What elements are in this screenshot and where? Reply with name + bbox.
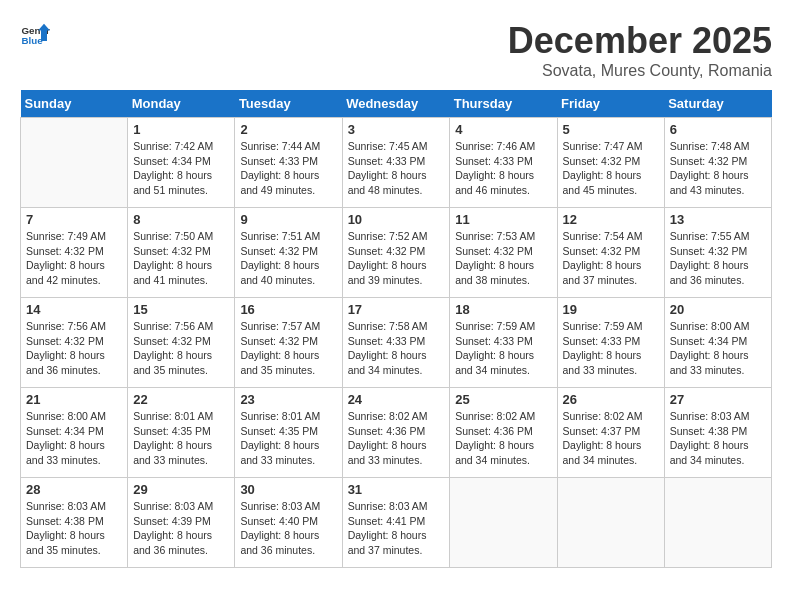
- day-info: Sunrise: 7:57 AMSunset: 4:32 PMDaylight:…: [240, 319, 336, 378]
- month-title: December 2025: [508, 20, 772, 62]
- day-info: Sunrise: 7:42 AMSunset: 4:34 PMDaylight:…: [133, 139, 229, 198]
- calendar-day-cell: 17 Sunrise: 7:58 AMSunset: 4:33 PMDaylig…: [342, 298, 450, 388]
- day-info: Sunrise: 7:45 AMSunset: 4:33 PMDaylight:…: [348, 139, 445, 198]
- day-info: Sunrise: 7:54 AMSunset: 4:32 PMDaylight:…: [563, 229, 659, 288]
- calendar-day-cell: 29 Sunrise: 8:03 AMSunset: 4:39 PMDaylig…: [128, 478, 235, 568]
- day-number: 6: [670, 122, 766, 137]
- calendar-day-cell: [21, 118, 128, 208]
- day-number: 20: [670, 302, 766, 317]
- weekday-header-cell: Sunday: [21, 90, 128, 118]
- calendar-day-cell: 13 Sunrise: 7:55 AMSunset: 4:32 PMDaylig…: [664, 208, 771, 298]
- location-subtitle: Sovata, Mures County, Romania: [508, 62, 772, 80]
- calendar-day-cell: 5 Sunrise: 7:47 AMSunset: 4:32 PMDayligh…: [557, 118, 664, 208]
- calendar-day-cell: 4 Sunrise: 7:46 AMSunset: 4:33 PMDayligh…: [450, 118, 557, 208]
- day-info: Sunrise: 7:52 AMSunset: 4:32 PMDaylight:…: [348, 229, 445, 288]
- day-number: 15: [133, 302, 229, 317]
- day-info: Sunrise: 7:56 AMSunset: 4:32 PMDaylight:…: [26, 319, 122, 378]
- day-info: Sunrise: 7:55 AMSunset: 4:32 PMDaylight:…: [670, 229, 766, 288]
- day-number: 13: [670, 212, 766, 227]
- weekday-header-cell: Thursday: [450, 90, 557, 118]
- svg-text:Blue: Blue: [22, 35, 44, 46]
- day-info: Sunrise: 7:47 AMSunset: 4:32 PMDaylight:…: [563, 139, 659, 198]
- calendar-day-cell: 15 Sunrise: 7:56 AMSunset: 4:32 PMDaylig…: [128, 298, 235, 388]
- weekday-header-cell: Wednesday: [342, 90, 450, 118]
- calendar-day-cell: 24 Sunrise: 8:02 AMSunset: 4:36 PMDaylig…: [342, 388, 450, 478]
- logo-icon: General Blue: [20, 20, 50, 50]
- calendar-day-cell: 2 Sunrise: 7:44 AMSunset: 4:33 PMDayligh…: [235, 118, 342, 208]
- day-info: Sunrise: 8:02 AMSunset: 4:36 PMDaylight:…: [455, 409, 551, 468]
- day-number: 17: [348, 302, 445, 317]
- day-number: 26: [563, 392, 659, 407]
- calendar-day-cell: 22 Sunrise: 8:01 AMSunset: 4:35 PMDaylig…: [128, 388, 235, 478]
- calendar-day-cell: 19 Sunrise: 7:59 AMSunset: 4:33 PMDaylig…: [557, 298, 664, 388]
- day-number: 8: [133, 212, 229, 227]
- calendar-day-cell: 27 Sunrise: 8:03 AMSunset: 4:38 PMDaylig…: [664, 388, 771, 478]
- day-info: Sunrise: 8:01 AMSunset: 4:35 PMDaylight:…: [133, 409, 229, 468]
- calendar-day-cell: 7 Sunrise: 7:49 AMSunset: 4:32 PMDayligh…: [21, 208, 128, 298]
- day-info: Sunrise: 8:02 AMSunset: 4:37 PMDaylight:…: [563, 409, 659, 468]
- day-number: 21: [26, 392, 122, 407]
- day-number: 23: [240, 392, 336, 407]
- calendar-day-cell: 11 Sunrise: 7:53 AMSunset: 4:32 PMDaylig…: [450, 208, 557, 298]
- calendar-day-cell: 12 Sunrise: 7:54 AMSunset: 4:32 PMDaylig…: [557, 208, 664, 298]
- weekday-header-cell: Friday: [557, 90, 664, 118]
- day-info: Sunrise: 7:44 AMSunset: 4:33 PMDaylight:…: [240, 139, 336, 198]
- calendar-day-cell: 8 Sunrise: 7:50 AMSunset: 4:32 PMDayligh…: [128, 208, 235, 298]
- day-info: Sunrise: 7:59 AMSunset: 4:33 PMDaylight:…: [563, 319, 659, 378]
- day-info: Sunrise: 8:00 AMSunset: 4:34 PMDaylight:…: [670, 319, 766, 378]
- day-info: Sunrise: 7:50 AMSunset: 4:32 PMDaylight:…: [133, 229, 229, 288]
- day-info: Sunrise: 8:03 AMSunset: 4:38 PMDaylight:…: [26, 499, 122, 558]
- day-info: Sunrise: 8:03 AMSunset: 4:40 PMDaylight:…: [240, 499, 336, 558]
- day-number: 16: [240, 302, 336, 317]
- day-number: 14: [26, 302, 122, 317]
- calendar-day-cell: 23 Sunrise: 8:01 AMSunset: 4:35 PMDaylig…: [235, 388, 342, 478]
- day-number: 24: [348, 392, 445, 407]
- calendar-day-cell: [557, 478, 664, 568]
- day-info: Sunrise: 7:59 AMSunset: 4:33 PMDaylight:…: [455, 319, 551, 378]
- weekday-header-row: SundayMondayTuesdayWednesdayThursdayFrid…: [21, 90, 772, 118]
- title-area: December 2025 Sovata, Mures County, Roma…: [508, 20, 772, 80]
- calendar-week-row: 14 Sunrise: 7:56 AMSunset: 4:32 PMDaylig…: [21, 298, 772, 388]
- calendar-day-cell: 16 Sunrise: 7:57 AMSunset: 4:32 PMDaylig…: [235, 298, 342, 388]
- day-number: 9: [240, 212, 336, 227]
- calendar-day-cell: 25 Sunrise: 8:02 AMSunset: 4:36 PMDaylig…: [450, 388, 557, 478]
- calendar-day-cell: 3 Sunrise: 7:45 AMSunset: 4:33 PMDayligh…: [342, 118, 450, 208]
- day-info: Sunrise: 7:56 AMSunset: 4:32 PMDaylight:…: [133, 319, 229, 378]
- calendar-week-row: 1 Sunrise: 7:42 AMSunset: 4:34 PMDayligh…: [21, 118, 772, 208]
- day-number: 11: [455, 212, 551, 227]
- day-number: 19: [563, 302, 659, 317]
- page-header: General Blue December 2025 Sovata, Mures…: [20, 20, 772, 80]
- day-number: 18: [455, 302, 551, 317]
- day-number: 7: [26, 212, 122, 227]
- day-number: 10: [348, 212, 445, 227]
- calendar-day-cell: 18 Sunrise: 7:59 AMSunset: 4:33 PMDaylig…: [450, 298, 557, 388]
- day-info: Sunrise: 7:51 AMSunset: 4:32 PMDaylight:…: [240, 229, 336, 288]
- day-number: 29: [133, 482, 229, 497]
- logo: General Blue: [20, 20, 50, 50]
- calendar-day-cell: 1 Sunrise: 7:42 AMSunset: 4:34 PMDayligh…: [128, 118, 235, 208]
- calendar-body: 1 Sunrise: 7:42 AMSunset: 4:34 PMDayligh…: [21, 118, 772, 568]
- day-info: Sunrise: 7:58 AMSunset: 4:33 PMDaylight:…: [348, 319, 445, 378]
- day-info: Sunrise: 8:03 AMSunset: 4:38 PMDaylight:…: [670, 409, 766, 468]
- day-info: Sunrise: 8:03 AMSunset: 4:41 PMDaylight:…: [348, 499, 445, 558]
- weekday-header-cell: Saturday: [664, 90, 771, 118]
- calendar-day-cell: [450, 478, 557, 568]
- calendar-day-cell: 20 Sunrise: 8:00 AMSunset: 4:34 PMDaylig…: [664, 298, 771, 388]
- day-number: 4: [455, 122, 551, 137]
- calendar-week-row: 28 Sunrise: 8:03 AMSunset: 4:38 PMDaylig…: [21, 478, 772, 568]
- day-number: 3: [348, 122, 445, 137]
- day-info: Sunrise: 8:02 AMSunset: 4:36 PMDaylight:…: [348, 409, 445, 468]
- day-number: 12: [563, 212, 659, 227]
- day-number: 2: [240, 122, 336, 137]
- day-number: 22: [133, 392, 229, 407]
- calendar-day-cell: 10 Sunrise: 7:52 AMSunset: 4:32 PMDaylig…: [342, 208, 450, 298]
- weekday-header-cell: Tuesday: [235, 90, 342, 118]
- day-info: Sunrise: 8:00 AMSunset: 4:34 PMDaylight:…: [26, 409, 122, 468]
- calendar-day-cell: 30 Sunrise: 8:03 AMSunset: 4:40 PMDaylig…: [235, 478, 342, 568]
- day-info: Sunrise: 7:53 AMSunset: 4:32 PMDaylight:…: [455, 229, 551, 288]
- day-info: Sunrise: 8:01 AMSunset: 4:35 PMDaylight:…: [240, 409, 336, 468]
- weekday-header-cell: Monday: [128, 90, 235, 118]
- day-number: 1: [133, 122, 229, 137]
- calendar-day-cell: 21 Sunrise: 8:00 AMSunset: 4:34 PMDaylig…: [21, 388, 128, 478]
- calendar-week-row: 7 Sunrise: 7:49 AMSunset: 4:32 PMDayligh…: [21, 208, 772, 298]
